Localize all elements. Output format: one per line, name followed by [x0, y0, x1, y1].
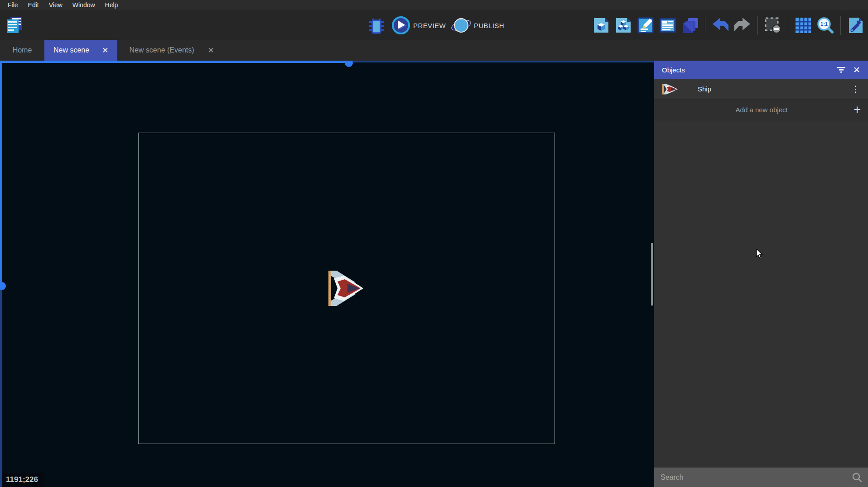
tab-new-scene-events[interactable]: New scene (Events) ✕: [117, 40, 226, 61]
gdevelop-window: File Edit View Window Help: [0, 0, 868, 487]
ship-sprite[interactable]: [328, 268, 364, 308]
svg-text:1:1: 1:1: [820, 21, 828, 27]
close-icon[interactable]: ✕: [849, 62, 864, 77]
cursor-coordinates: 1191;226: [2, 473, 43, 487]
main-toolbar: PREVIEW PUBLISH: [0, 10, 868, 40]
toolbar-separator: [788, 16, 788, 35]
project-manager-button[interactable]: [4, 13, 25, 36]
debugger-tools-button[interactable]: [846, 16, 865, 35]
menu-view[interactable]: View: [44, 0, 68, 10]
tab-label: Home: [13, 46, 32, 54]
object-name: Ship: [698, 85, 851, 93]
wrench-tools-icon: [847, 16, 865, 34]
zoom-1-1-button[interactable]: 1:1: [816, 16, 835, 35]
publish-label: PUBLISH: [474, 22, 504, 29]
debug-bug-icon: [367, 16, 386, 34]
deselect-button[interactable]: [763, 16, 782, 35]
panel-resize-scrollbar-thumb[interactable]: [651, 243, 653, 306]
tab-label: New scene (Events): [129, 46, 194, 54]
search-icon[interactable]: [852, 472, 863, 483]
play-icon: [391, 16, 410, 35]
objects-panel: Objects ✕ Ship ⋮ Add: [654, 61, 868, 487]
tab-label: New scene: [53, 46, 89, 54]
layers-icon: [681, 16, 699, 34]
instances-list-icon: [659, 17, 676, 34]
deselect-icon: [764, 16, 782, 34]
object-list-item-ship[interactable]: Ship ⋮: [654, 79, 868, 100]
menu-window[interactable]: Window: [68, 0, 100, 10]
object-groups-icon: [615, 17, 632, 34]
close-icon[interactable]: ✕: [102, 47, 108, 54]
debugger-button[interactable]: [367, 16, 386, 35]
add-object-button[interactable]: Add a new object +: [654, 100, 868, 120]
tab-new-scene[interactable]: New scene ✕: [44, 40, 117, 61]
project-manager-icon: [4, 14, 25, 35]
mouse-cursor: [756, 249, 763, 259]
instances-list-button[interactable]: [658, 16, 677, 35]
objects-editor-button[interactable]: [592, 16, 611, 35]
vertical-scrollbar-fill[interactable]: [0, 61, 2, 286]
tab-home[interactable]: Home: [0, 40, 44, 61]
objects-editor-icon: [593, 17, 610, 34]
horizontal-scrollbar-fill[interactable]: [0, 61, 347, 63]
redo-button[interactable]: [733, 16, 752, 35]
search-input[interactable]: [654, 473, 852, 482]
add-object-label: Add a new object: [654, 106, 854, 114]
toolbar-separator: [840, 16, 841, 35]
vertical-scrollbar-thumb[interactable]: [0, 282, 6, 290]
objects-panel-title: Objects: [662, 66, 834, 74]
preview-label: PREVIEW: [413, 22, 446, 29]
filter-icon: [836, 66, 846, 74]
toolbar-center-group: PREVIEW PUBLISH: [367, 14, 504, 37]
close-icon[interactable]: ✕: [208, 47, 214, 54]
toolbar-separator: [757, 16, 758, 35]
plus-icon: +: [854, 104, 861, 116]
vertical-scrollbar-track[interactable]: [0, 286, 2, 487]
publish-globe-icon: [451, 15, 471, 35]
properties-pencil-icon: [637, 17, 654, 34]
properties-button[interactable]: [636, 16, 655, 35]
scene-editor-canvas[interactable]: 1191;226: [0, 61, 654, 487]
menu-help[interactable]: Help: [100, 0, 123, 10]
ship-object-icon: [662, 83, 678, 95]
zoom-1-1-icon: 1:1: [816, 16, 834, 34]
objects-panel-header: Objects ✕: [654, 61, 868, 79]
preview-button[interactable]: PREVIEW: [391, 16, 446, 35]
filter-button[interactable]: [834, 62, 849, 77]
toolbar-right-group: 1:1: [592, 14, 865, 37]
undo-icon: [711, 16, 730, 34]
menu-file[interactable]: File: [3, 0, 23, 10]
publish-button[interactable]: PUBLISH: [451, 15, 504, 35]
redo-icon: [733, 16, 752, 34]
grid-icon: [794, 16, 812, 34]
menu-edit[interactable]: Edit: [23, 0, 44, 10]
horizontal-scrollbar-track[interactable]: [347, 61, 654, 62]
horizontal-scrollbar-thumb[interactable]: [345, 61, 353, 67]
object-groups-button[interactable]: [614, 16, 633, 35]
grid-button[interactable]: [794, 16, 813, 35]
toolbar-separator: [705, 16, 705, 35]
editor-tab-bar: Home New scene ✕ New scene (Events) ✕: [0, 40, 868, 61]
menu-bar: File Edit View Window Help: [0, 0, 868, 10]
objects-search-bar: [654, 468, 868, 487]
kebab-menu-icon[interactable]: ⋮: [851, 85, 860, 93]
undo-button[interactable]: [711, 16, 730, 35]
layers-button[interactable]: [680, 16, 699, 35]
